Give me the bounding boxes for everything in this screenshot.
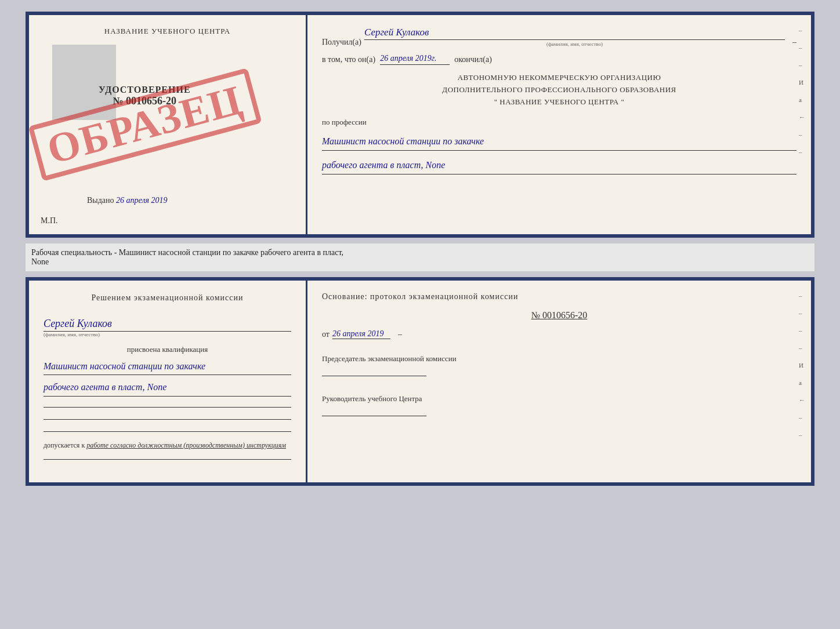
blank-line-1 [44, 407, 291, 408]
osnov-title: Основание: протокол экзаменационной коми… [322, 292, 796, 301]
blank-line-bottom [44, 459, 291, 460]
top-right-panel: Получил(а) Сергей Кулаков (фамилия, имя,… [307, 15, 811, 234]
bottom-document: Решением экзаменационной комиссии Сергей… [26, 277, 814, 486]
bottom-right-panel: Основание: протокол экзаменационной коми… [307, 281, 811, 482]
date-prefix: в том, что он(а) [322, 55, 375, 64]
chairman-title: Председатель экзаменационной комиссии [322, 354, 796, 364]
bottom-left-panel: Решением экзаменационной комиссии Сергей… [29, 281, 307, 482]
recipient-subtitle: (фамилия, имя, отчество) [364, 41, 785, 47]
school-name-top: НАЗВАНИЕ УЧЕБНОГО ЦЕНТРА [104, 27, 230, 36]
chairman-sign-line [322, 376, 426, 376]
middle-line1: Рабочая специальность - Машинист насосно… [31, 248, 809, 257]
org-block: АВТОНОМНУЮ НЕКОММЕРЧЕСКУЮ ОРГАНИЗАЦИЮ ДО… [322, 72, 796, 108]
допускается-prefix: допускается к [44, 441, 85, 449]
profession-line1: Машинист насосной станции по закачке [322, 134, 796, 151]
head-title: Руководитель учебного Центра [322, 394, 796, 404]
middle-text: Рабочая специальность - Машинист насосно… [26, 243, 814, 271]
blank-line-2 [44, 419, 291, 420]
right-side-marks: – – – И а ← – – [799, 27, 805, 155]
vydano-label: Выдано [87, 196, 114, 205]
vydano-date: 26 апреля 2019 [116, 196, 167, 205]
org-line3: " НАЗВАНИЕ УЧЕБНОГО ЦЕНТРА " [322, 96, 796, 108]
recipient-line: Получил(а) Сергей Кулаков (фамилия, имя,… [322, 27, 796, 47]
date-line: в том, что он(а) 26 апреля 2019г. окончи… [322, 54, 796, 65]
vydano-text: Выдано 26 апреля 2019 [87, 196, 168, 205]
qualification-line1: Машинист насосной станции по закачке [44, 359, 291, 376]
top-document: НАЗВАНИЕ УЧЕБНОГО ЦЕНТРА УДОСТОВЕРЕНИЕ №… [26, 12, 814, 238]
org-line1: АВТОНОМНУЮ НЕКОММЕРЧЕСКУЮ ОРГАНИЗАЦИЮ [322, 72, 796, 84]
recipient-name: Сергей Кулаков [364, 27, 785, 40]
chairman-block: Председатель экзаменационной комиссии [322, 354, 796, 376]
okончил-label: окончил(а) [454, 55, 492, 64]
org-line2: ДОПОЛНИТЕЛЬНОГО ПРОФЕССИОНАЛЬНОГО ОБРАЗО… [322, 84, 796, 96]
protocol-num: № 0010656-20 [322, 310, 796, 321]
protocol-date: от 26 апреля 2019 – [322, 329, 796, 339]
blank-line-3 [44, 431, 291, 432]
right-side-marks-bottom: – – – – И а ← – – [799, 292, 805, 438]
blank-lines [44, 407, 291, 432]
допускается-value: работе согласно должностным (производств… [86, 441, 286, 449]
recipient-label: Получил(а) [322, 38, 361, 47]
date-value: 26 апреля 2019г. [380, 54, 450, 65]
profession-line2: рабочего агента в пласт, None [322, 158, 796, 174]
person-name-bottom: Сергей Кулаков [44, 318, 291, 332]
qualification-label: присвоена квалификация [44, 345, 291, 354]
qualification-line2: рабочего агента в пласт, None [44, 380, 291, 397]
profession-label: по профессии [322, 118, 796, 127]
mp-label: М.П. [41, 216, 58, 226]
recipient-dash: – [792, 38, 796, 47]
middle-line2: None [31, 257, 809, 267]
допускается-text: допускается к работе согласно должностны… [44, 441, 291, 450]
head-block: Руководитель учебного Центра [322, 394, 796, 416]
udostoverenie-num: № 0010656-20 [99, 95, 191, 107]
udostoverenie-block: УДОСТОВЕРЕНИЕ № 0010656-20 [99, 85, 191, 107]
protocol-date-prefix: от [322, 330, 330, 339]
photo-placeholder [52, 45, 116, 120]
top-left-panel: НАЗВАНИЕ УЧЕБНОГО ЦЕНТРА УДОСТОВЕРЕНИЕ №… [29, 15, 307, 234]
commission-title: Решением экзаменационной комиссии [44, 292, 291, 304]
person-subtitle-bottom: (фамилия, имя, отчество) [44, 332, 291, 337]
udostoverenie-title: УДОСТОВЕРЕНИЕ [99, 85, 191, 95]
protocol-date-val: 26 апреля 2019 [332, 329, 390, 339]
head-sign-line [322, 416, 426, 416]
